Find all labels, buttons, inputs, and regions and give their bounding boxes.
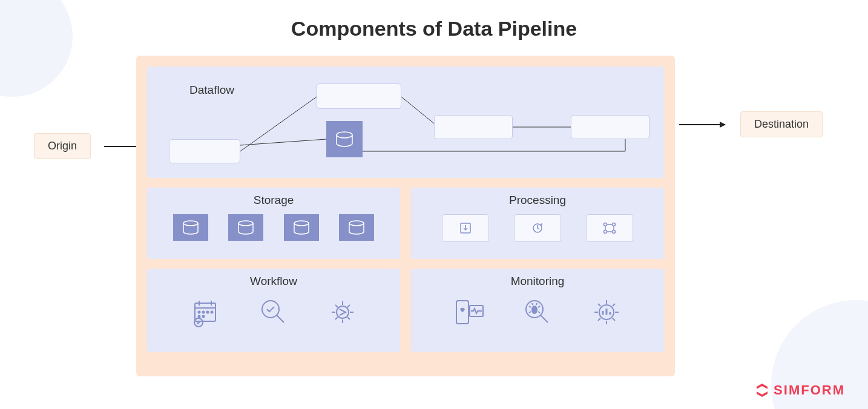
download-icon xyxy=(442,214,489,242)
svg-point-23 xyxy=(202,316,204,318)
brand-logo: SIMFORM xyxy=(754,382,845,398)
gear-chart-icon xyxy=(590,295,623,329)
svg-point-13 xyxy=(604,223,607,226)
database-icon xyxy=(173,214,208,241)
svg-point-10 xyxy=(349,221,364,226)
svg-point-18 xyxy=(198,312,200,313)
flow-node xyxy=(571,115,649,139)
gear-arrows-icon xyxy=(326,295,360,329)
magnify-check-icon xyxy=(257,295,291,329)
svg-point-19 xyxy=(202,312,204,313)
database-icon xyxy=(284,214,319,241)
svg-point-15 xyxy=(604,231,607,234)
svg-point-25 xyxy=(262,301,279,318)
svg-point-20 xyxy=(206,312,208,313)
svg-point-30 xyxy=(531,306,538,314)
diagram-title: Components of Data Pipeline xyxy=(0,17,868,41)
background-blob xyxy=(0,0,73,97)
svg-line-1 xyxy=(240,139,326,145)
dataflow-panel: Dataflow xyxy=(147,67,664,178)
processing-label: Processing xyxy=(411,188,664,207)
database-node-icon xyxy=(326,121,363,157)
svg-point-21 xyxy=(211,312,212,313)
flow-node xyxy=(169,139,240,163)
flow-node xyxy=(317,83,401,109)
database-icon xyxy=(339,214,374,241)
origin-box: Origin xyxy=(34,133,91,159)
arrow-out-icon xyxy=(679,124,725,125)
calendar-schedule-icon xyxy=(188,295,222,329)
refresh-icon xyxy=(514,214,561,242)
monitoring-panel: Monitoring xyxy=(411,269,664,352)
pipeline-container: Dataflow Storage Processing xyxy=(136,56,675,376)
svg-point-16 xyxy=(613,231,616,234)
svg-point-7 xyxy=(183,221,198,226)
workflow-panel: Workflow xyxy=(147,269,400,352)
processing-panel: Processing xyxy=(411,188,664,259)
svg-point-14 xyxy=(613,223,616,226)
svg-point-0 xyxy=(337,132,352,138)
svg-point-22 xyxy=(198,316,200,318)
bug-magnify-icon xyxy=(521,295,554,329)
dataflow-label: Dataflow xyxy=(189,83,234,97)
database-icon xyxy=(228,214,263,241)
health-monitor-icon xyxy=(452,295,486,329)
svg-point-8 xyxy=(238,221,253,226)
storage-label: Storage xyxy=(147,188,400,207)
brand-logo-text: SIMFORM xyxy=(774,382,845,398)
destination-box: Destination xyxy=(740,111,823,137)
flow-node xyxy=(434,115,513,139)
svg-line-2 xyxy=(240,97,317,151)
svg-line-3 xyxy=(401,97,434,123)
storage-panel: Storage xyxy=(147,188,400,259)
brand-logo-icon xyxy=(754,382,770,398)
graph-nodes-icon xyxy=(586,214,633,242)
svg-point-9 xyxy=(294,221,309,226)
monitoring-label: Monitoring xyxy=(411,269,664,288)
workflow-label: Workflow xyxy=(147,269,400,288)
